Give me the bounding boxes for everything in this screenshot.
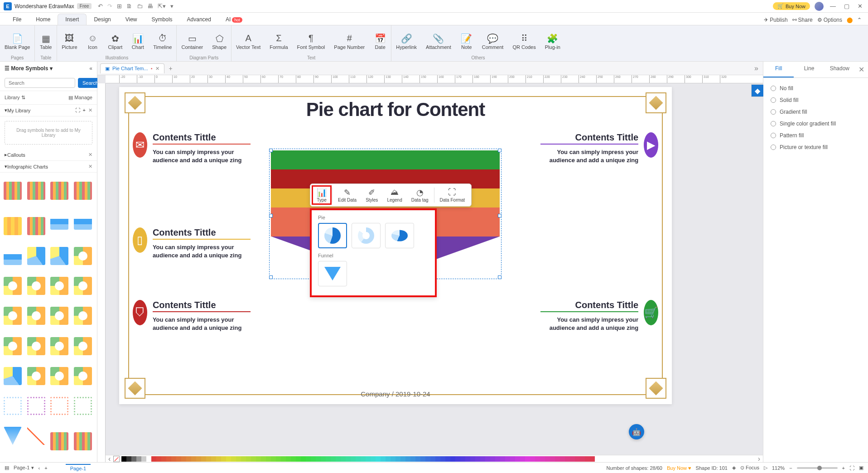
color-swatch[interactable]	[351, 456, 356, 462]
chart-thumb[interactable]	[50, 432, 68, 450]
color-swatch[interactable]	[236, 456, 241, 462]
chart-thumb[interactable]	[27, 217, 45, 235]
color-swatch[interactable]	[156, 456, 161, 462]
options-button[interactable]: ⚙ Options	[817, 17, 842, 23]
color-swatch[interactable]	[500, 456, 505, 462]
color-swatch[interactable]	[131, 456, 136, 462]
content-block[interactable]: ✉ Contents Tittle You can simply impress…	[133, 132, 251, 164]
close-tab-icon[interactable]: ✕	[155, 66, 159, 72]
play-icon[interactable]: ▷	[764, 465, 767, 471]
chart-thumb[interactable]	[4, 337, 22, 355]
infographic-section[interactable]: ▾ Infographic Charts✕	[0, 161, 97, 173]
color-swatch[interactable]	[326, 456, 331, 462]
ribbon-hyperlink[interactable]: 🔗Hyperlink	[391, 27, 421, 55]
color-swatch[interactable]	[196, 456, 201, 462]
qat-icon[interactable]: 🗀	[137, 3, 143, 10]
color-swatch[interactable]	[126, 456, 131, 462]
chart-thumb[interactable]	[50, 277, 68, 295]
color-swatch[interactable]	[425, 456, 430, 462]
pie-type-option[interactable]	[318, 223, 347, 248]
expand-panel-icon[interactable]: »	[754, 64, 758, 72]
line-tab[interactable]: Line	[794, 62, 824, 77]
chart-thumb[interactable]	[27, 427, 45, 445]
color-swatch[interactable]	[545, 456, 550, 462]
fill-option[interactable]: Pattern fill	[771, 130, 861, 141]
color-swatch[interactable]	[291, 456, 296, 462]
color-swatch[interactable]	[520, 456, 525, 462]
content-block[interactable]: ▯ Contents Tittle You can simply impress…	[133, 227, 251, 259]
chart-thumb[interactable]	[74, 307, 92, 325]
color-swatch[interactable]	[216, 456, 221, 462]
color-swatch[interactable]	[301, 456, 306, 462]
color-swatch[interactable]	[356, 456, 361, 462]
color-swatch[interactable]	[560, 456, 565, 462]
chart-thumb[interactable]	[50, 247, 68, 265]
color-swatch[interactable]	[405, 456, 410, 462]
chart-thumb[interactable]	[74, 212, 92, 230]
color-swatch[interactable]	[276, 456, 281, 462]
tab-insert[interactable]: Insert	[58, 14, 87, 25]
chart-thumb[interactable]	[74, 337, 92, 355]
ribbon-vector-text[interactable]: AVector Text	[231, 27, 265, 55]
color-swatch[interactable]	[341, 456, 346, 462]
palette-next-icon[interactable]: ›	[758, 455, 760, 463]
color-swatch[interactable]	[510, 456, 515, 462]
collapse-panel-icon[interactable]: «	[89, 65, 92, 72]
ribbon-timeline[interactable]: ⏱Timeline	[149, 27, 176, 55]
color-swatch[interactable]	[201, 456, 206, 462]
color-swatch[interactable]	[171, 456, 176, 462]
ribbon-note[interactable]: 📝Note	[456, 27, 477, 55]
color-swatch[interactable]	[221, 456, 226, 462]
chart-thumb[interactable]	[27, 247, 45, 265]
ribbon-icon[interactable]: ☺Icon	[82, 27, 104, 55]
undo-icon[interactable]: ↶	[98, 3, 103, 10]
color-swatch[interactable]	[211, 456, 216, 462]
color-swatch[interactable]	[206, 456, 211, 462]
ribbon-date[interactable]: 📅Date	[369, 27, 391, 55]
color-swatch[interactable]	[146, 456, 151, 462]
color-swatch[interactable]	[231, 456, 236, 462]
qat-more-icon[interactable]: ▾	[170, 3, 174, 10]
color-swatch[interactable]	[256, 456, 261, 462]
ribbon-attachment[interactable]: 📎Attachment	[421, 27, 456, 55]
tab-view[interactable]: View	[118, 14, 145, 25]
color-swatch[interactable]	[346, 456, 351, 462]
color-swatch[interactable]	[420, 456, 425, 462]
chart-thumb[interactable]	[50, 212, 68, 230]
zoom-in-button[interactable]: +	[842, 465, 845, 471]
color-swatch[interactable]	[490, 456, 495, 462]
zoom-level[interactable]: 112%	[772, 465, 785, 471]
color-swatch[interactable]	[495, 456, 500, 462]
zoom-out-button[interactable]: −	[789, 465, 792, 471]
color-swatch[interactable]	[226, 456, 231, 462]
expand-icon[interactable]: ⛶	[75, 107, 80, 113]
edit-data-button[interactable]: ✎Edit Data	[333, 186, 361, 204]
chart-thumb[interactable]	[27, 397, 45, 415]
donut-type-option[interactable]	[352, 223, 381, 248]
add-tab-button[interactable]: +	[169, 65, 173, 72]
library-label[interactable]: Library ⇅	[5, 95, 25, 101]
resize-handle[interactable]	[269, 214, 273, 217]
chart-thumb[interactable]	[4, 277, 22, 295]
qat-icon[interactable]: 🗎	[126, 3, 132, 10]
color-swatch[interactable]	[455, 456, 460, 462]
ribbon-table[interactable]: ▦Table	[35, 27, 57, 55]
color-swatch[interactable]	[590, 456, 595, 462]
resize-handle[interactable]	[498, 214, 502, 217]
color-swatch[interactable]	[565, 456, 570, 462]
color-swatch[interactable]	[121, 456, 126, 462]
tab-home[interactable]: Home	[29, 14, 58, 25]
minimize-button[interactable]: —	[828, 3, 838, 10]
color-swatch[interactable]	[415, 456, 420, 462]
color-swatch[interactable]	[525, 456, 530, 462]
chart-thumb[interactable]	[27, 367, 45, 385]
color-swatch[interactable]	[410, 456, 415, 462]
color-swatch[interactable]	[296, 456, 301, 462]
color-swatch[interactable]	[281, 456, 286, 462]
chart-thumb[interactable]	[50, 337, 68, 355]
chart-thumb[interactable]	[50, 182, 68, 200]
close-button[interactable]: ✕	[856, 3, 864, 10]
redo-icon[interactable]: ↷	[107, 3, 112, 10]
add-page-button[interactable]: +	[44, 465, 47, 471]
pages-icon[interactable]: ▤	[5, 465, 9, 471]
